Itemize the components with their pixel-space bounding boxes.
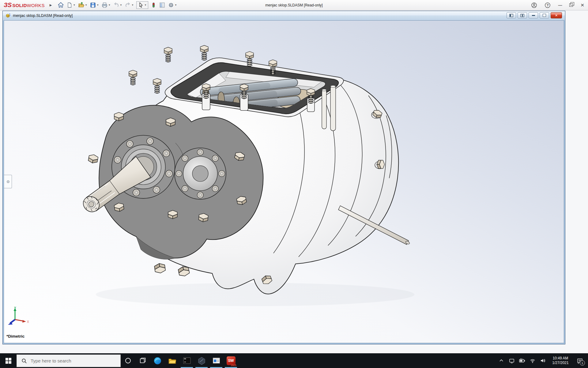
- edge-icon: [153, 357, 162, 365]
- orientation-label: *Dimetric: [6, 334, 24, 339]
- brand-solid: SOLID: [12, 3, 27, 8]
- chevron-up-icon: [498, 358, 504, 364]
- app-title: menjac sklop.SLDASM [Read-only]: [265, 3, 322, 7]
- print-caret-icon[interactable]: ▼: [108, 4, 111, 6]
- assembly-document-icon: [5, 13, 11, 19]
- tray-display-button[interactable]: [507, 353, 517, 368]
- solidworks-glyph: SW: [228, 358, 234, 363]
- options-caret-icon[interactable]: ▼: [175, 4, 177, 6]
- system-tray: 10:49 AM 1/27/2021 1: [496, 353, 588, 368]
- solidworks-year: 2021: [231, 364, 236, 367]
- hexagon-app-icon: [198, 357, 206, 365]
- tray-show-hidden-button[interactable]: [496, 353, 507, 368]
- select-tool-button[interactable]: ▼: [136, 1, 148, 9]
- redo-button[interactable]: ▼: [124, 1, 135, 9]
- options-button[interactable]: ▼: [167, 1, 178, 9]
- document-window: menjac sklop.SLDASM [Read-only] ✕: [2, 11, 565, 344]
- file-explorer-icon: [168, 357, 176, 365]
- new-document-button[interactable]: ▼: [66, 1, 76, 9]
- app-titlebar: ЗS SOLID WORKS ▶ ▼ ▼ ▼ ▼: [0, 0, 588, 10]
- reference-triad: Y X: [6, 306, 30, 331]
- print-button[interactable]: ▼: [100, 1, 111, 9]
- pane-right-button[interactable]: [518, 12, 527, 18]
- redo-caret-icon[interactable]: ▼: [131, 4, 134, 6]
- account-button[interactable]: [531, 2, 537, 8]
- undo-button[interactable]: ▼: [112, 1, 123, 9]
- document-titlebar[interactable]: menjac sklop.SLDASM [Read-only] ✕: [3, 11, 565, 20]
- taskbar-search[interactable]: [17, 355, 121, 367]
- restore-button[interactable]: [569, 3, 573, 7]
- new-document-caret-icon[interactable]: ▼: [73, 4, 75, 6]
- interference-check-button[interactable]: [150, 1, 157, 9]
- windows-logo-icon: [5, 358, 12, 364]
- taskbar-app-command-prompt[interactable]: [179, 353, 194, 368]
- toolbar-flyout-icon[interactable]: ▶: [50, 3, 52, 7]
- open-button[interactable]: ▼: [77, 1, 88, 9]
- document-title: menjac sklop.SLDASM [Read-only]: [13, 13, 73, 18]
- save-caret-icon[interactable]: ▼: [96, 4, 99, 6]
- tray-time: 10:49 AM: [548, 356, 573, 361]
- brand-works: WORKS: [27, 3, 45, 8]
- taskbar-app-edge[interactable]: [150, 353, 165, 368]
- notification-badge: 1: [580, 360, 585, 366]
- taskbar: SW 2021 10:49 AM 1/27/2021: [0, 353, 588, 368]
- restore-icon: [569, 3, 573, 7]
- search-input[interactable]: [30, 358, 108, 364]
- open-caret-icon[interactable]: ▼: [85, 4, 87, 6]
- triad-y-label: Y: [14, 306, 16, 310]
- doc-restore-button[interactable]: [540, 12, 549, 18]
- taskbar-app-solidworks[interactable]: SW 2021: [224, 353, 238, 368]
- solidworks-icon: SW 2021: [227, 356, 236, 365]
- taskbar-app-file-explorer[interactable]: [165, 353, 179, 368]
- doc-close-icon: ✕: [555, 13, 558, 17]
- cortana-icon: [125, 357, 131, 364]
- undo-icon: [113, 2, 119, 8]
- display-pane-icon: [159, 2, 165, 8]
- tray-volume-button[interactable]: [538, 353, 548, 368]
- quick-toolbar: ▼ ▼ ▼ ▼ ▼ ▼ ▼: [57, 1, 178, 9]
- command-prompt-icon: [183, 357, 191, 365]
- doc-restore-icon: [543, 14, 546, 17]
- feature-tree-collapsed-tab[interactable]: [4, 175, 12, 188]
- screen: ЗS SOLID WORKS ▶ ▼ ▼ ▼ ▼: [0, 0, 588, 368]
- tray-date: 1/27/2021: [548, 361, 573, 365]
- undo-caret-icon[interactable]: ▼: [120, 4, 122, 6]
- task-view-button[interactable]: [135, 353, 150, 368]
- help-icon: ?: [545, 2, 551, 8]
- home-button[interactable]: [57, 1, 65, 9]
- cortana-button[interactable]: [121, 353, 135, 368]
- taskbar-app-hexagon[interactable]: [194, 353, 209, 368]
- pane-left-button[interactable]: [507, 12, 516, 18]
- mdi-area: menjac sklop.SLDASM [Read-only] ✕: [0, 10, 588, 353]
- help-button[interactable]: ?: [545, 2, 551, 8]
- select-arrow-icon: [138, 2, 144, 8]
- triad-x-label: X: [27, 320, 29, 324]
- doc-close-button[interactable]: ✕: [551, 12, 562, 18]
- document-window-buttons: ✕: [507, 12, 562, 18]
- minimize-button[interactable]: —: [558, 3, 562, 7]
- window-controls: ? — ✕: [531, 2, 584, 8]
- traffic-light-icon: [151, 2, 156, 8]
- display-settings-button[interactable]: [158, 1, 166, 9]
- select-caret-icon[interactable]: ▼: [144, 4, 147, 6]
- battery-icon: [519, 358, 526, 364]
- task-view-icon: [139, 357, 146, 364]
- output-cover-flange: [175, 148, 226, 199]
- taskbar-app-window[interactable]: [209, 353, 224, 368]
- tray-wifi-button[interactable]: [527, 353, 538, 368]
- print-icon: [101, 2, 108, 8]
- start-button[interactable]: [0, 353, 17, 368]
- close-button[interactable]: ✕: [580, 2, 584, 8]
- gearbox-model[interactable]: [4, 21, 564, 343]
- tray-clock[interactable]: 10:49 AM 1/27/2021: [548, 356, 573, 365]
- doc-minimize-button[interactable]: [529, 12, 538, 18]
- save-icon: [90, 2, 96, 8]
- save-button[interactable]: ▼: [89, 1, 100, 9]
- redo-icon: [125, 2, 131, 8]
- display-icon: [509, 358, 515, 364]
- options-gear-icon: [168, 2, 174, 8]
- tray-battery-button[interactable]: [517, 353, 527, 368]
- graphics-viewport[interactable]: Y X *Dimetric: [4, 20, 564, 343]
- action-center-button[interactable]: 1: [573, 353, 587, 368]
- svg-text:?: ?: [547, 3, 549, 7]
